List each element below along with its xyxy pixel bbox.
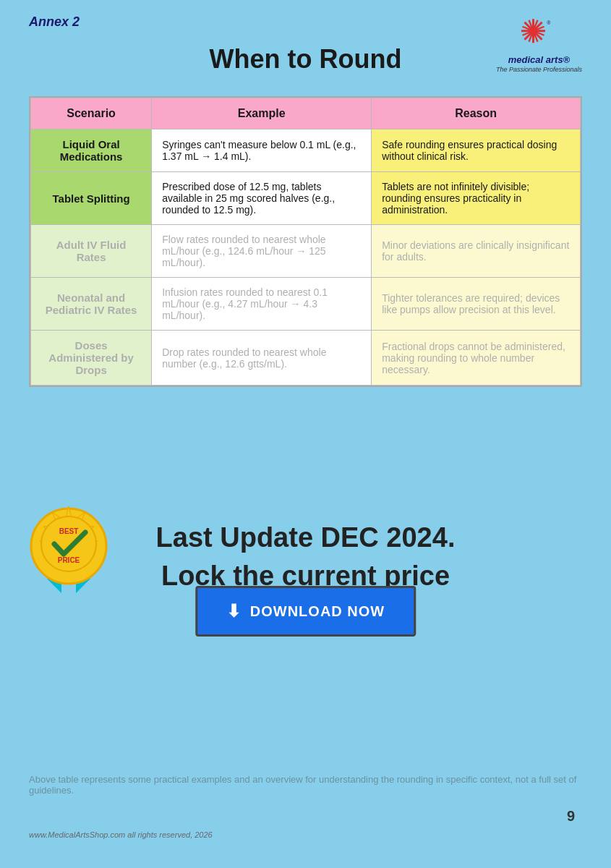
table-container: Scenario Example Reason Liquid Oral Medi… [29,96,582,387]
cell-scenario-2: Adult IV Fluid Rates [31,225,152,278]
header-reason: Reason [372,98,581,129]
cell-reason-0: Safe rounding ensures practical dosing w… [372,129,581,172]
download-btn-container[interactable]: ⬇ DOWNLOAD NOW [195,586,416,637]
footer-note: Above table represents some practical ex… [29,774,582,796]
svg-point-8 [530,27,537,34]
cell-scenario-4: Doses Administered by Drops [31,331,152,386]
table-row: Tablet SplittingPrescribed dose of 12.5 … [31,172,581,225]
table-row: Neonatal and Pediatric IV RatesInfusion … [31,278,581,331]
footer-url: www.MedicalArtsShop.com all rights reser… [29,830,213,839]
logo-area: ® medical arts® The Passionate Professio… [496,11,582,73]
cell-scenario-0: Liquid Oral Medications [31,129,152,172]
table-row: Doses Administered by DropsDrop rates ro… [31,331,581,386]
header-example: Example [152,98,372,129]
download-now-button[interactable]: ⬇ DOWNLOAD NOW [195,586,416,637]
logo-tagline: The Passionate Professionals [496,66,582,73]
table-row: Adult IV Fluid RatesFlow rates rounded t… [31,225,581,278]
svg-text:PRICE: PRICE [58,556,80,564]
download-icon: ⬇ [226,601,242,621]
svg-text:BEST: BEST [59,527,79,535]
cell-scenario-3: Neonatal and Pediatric IV Rates [31,278,152,331]
logo-text-main: medical arts® [508,54,570,66]
table-row: Liquid Oral MedicationsSyringes can't me… [31,129,581,172]
last-update-text: Last Update DEC 2024. [156,522,456,553]
best-price-badge: BEST PRICE [22,499,116,593]
cell-scenario-1: Tablet Splitting [31,172,152,225]
cell-example-1: Prescribed dose of 12.5 mg, tablets avai… [152,172,372,225]
when-to-round-table: Scenario Example Reason Liquid Oral Medi… [30,98,581,386]
table-header-row: Scenario Example Reason [31,98,581,129]
cell-example-3: Infusion rates rounded to nearest 0.1 mL… [152,278,372,331]
cell-reason-2: Minor deviations are clinically insignif… [372,225,581,278]
cell-reason-3: Tighter tolerances are required; devices… [372,278,581,331]
header-scenario: Scenario [31,98,152,129]
logo-icon: ® [517,11,560,54]
cell-reason-4: Fractional drops cannot be administered,… [372,331,581,386]
cell-example-4: Drop rates rounded to nearest whole numb… [152,331,372,386]
cell-example-2: Flow rates rounded to nearest whole mL/h… [152,225,372,278]
cell-example-0: Syringes can't measure below 0.1 mL (e.g… [152,129,372,172]
page-number: 9 [567,808,575,825]
logo-burst: ® medical arts® The Passionate Professio… [496,11,582,73]
badge-container: BEST PRICE [22,499,116,593]
cell-reason-1: Tablets are not infinitely divisible; ro… [372,172,581,225]
page: Annex 2 ® medical arts® The [0,0,611,868]
svg-text:®: ® [547,20,551,25]
download-btn-label: DOWNLOAD NOW [250,603,385,620]
